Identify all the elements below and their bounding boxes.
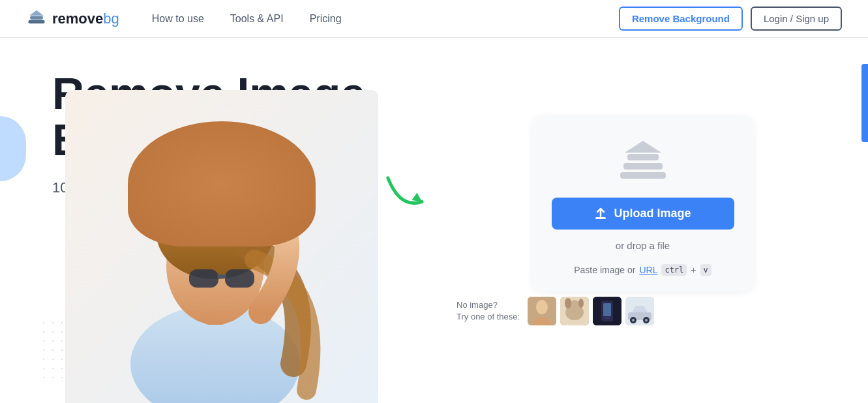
woman-illustration (65, 90, 378, 403)
sample-thumb-person[interactable] (528, 297, 556, 325)
green-arrow (380, 165, 435, 227)
sample-thumb-car[interactable] (625, 297, 654, 325)
paste-url-link[interactable]: URL (639, 265, 657, 275)
svg-rect-17 (595, 217, 606, 219)
svg-point-24 (565, 298, 571, 308)
svg-point-19 (536, 300, 548, 314)
svg-marker-16 (625, 141, 661, 153)
svg-rect-1 (30, 16, 43, 19)
svg-rect-29 (605, 318, 610, 319)
svg-point-35 (645, 319, 648, 321)
hero-section: Remove Image Background 100% Automatical… (0, 38, 868, 403)
sample-label: No image? Try one of these: (456, 299, 520, 323)
upload-arrow-icon (594, 207, 607, 220)
svg-rect-14 (623, 163, 663, 170)
paste-row: Paste image or URL ctrl + v (574, 264, 711, 276)
svg-rect-0 (29, 20, 45, 23)
svg-rect-28 (603, 303, 611, 316)
hero-photo (65, 90, 378, 403)
svg-rect-13 (620, 172, 666, 179)
logo[interactable]: removebg (26, 8, 119, 29)
sample-thumb-dog[interactable] (560, 297, 589, 325)
svg-point-9 (150, 194, 293, 220)
plus-sign: + (691, 265, 696, 275)
nav-actions: Remove Background Login / Sign up (619, 7, 842, 31)
logo-icon (26, 8, 47, 29)
svg-point-34 (632, 319, 635, 321)
nav-links: How to use Tools & API Pricing (152, 13, 619, 25)
svg-rect-12 (217, 275, 226, 278)
paste-label: Paste image or (574, 265, 635, 275)
svg-point-25 (578, 299, 584, 308)
svg-rect-11 (225, 269, 254, 288)
logo-text: removebg (52, 10, 119, 27)
svg-marker-2 (29, 10, 43, 15)
nav-tools-api[interactable]: Tools & API (230, 13, 284, 25)
ctrl-key: ctrl (661, 264, 687, 276)
svg-rect-15 (627, 154, 659, 160)
upload-card: Upload Image or drop a file Paste image … (532, 115, 754, 291)
v-key: v (700, 264, 711, 276)
sample-thumbs (528, 297, 654, 325)
sample-row: No image? Try one of these: (456, 297, 654, 325)
svg-rect-10 (189, 269, 218, 288)
navbar: removebg How to use Tools & API Pricing … (0, 0, 868, 38)
layers-icon (617, 138, 669, 184)
sample-thumb-phone[interactable] (593, 297, 621, 325)
nav-pricing[interactable]: Pricing (310, 13, 342, 25)
remove-background-button[interactable]: Remove Background (619, 7, 743, 31)
or-drop-label: or drop a file (616, 240, 670, 251)
upload-icon-area (617, 135, 669, 187)
login-signup-button[interactable]: Login / Sign up (751, 7, 842, 31)
hero-right: Upload Image or drop a file Paste image … (443, 38, 868, 403)
blue-side-bar (861, 64, 868, 142)
upload-image-button[interactable]: Upload Image (552, 198, 734, 230)
nav-how-to-use[interactable]: How to use (152, 13, 204, 25)
